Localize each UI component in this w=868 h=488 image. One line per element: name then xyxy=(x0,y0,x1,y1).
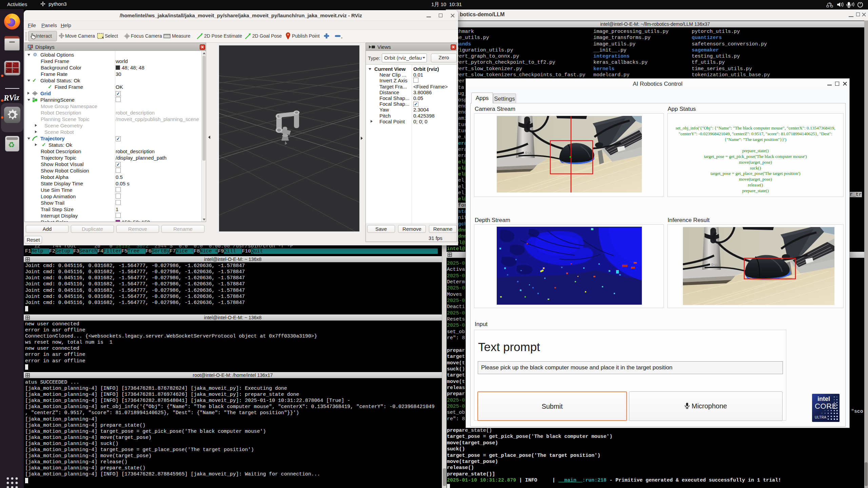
svg-text:D·LL: D·LL xyxy=(525,151,532,155)
svg-text:D·LL: D·LL xyxy=(711,263,718,266)
svg-text:?: ? xyxy=(829,2,832,7)
